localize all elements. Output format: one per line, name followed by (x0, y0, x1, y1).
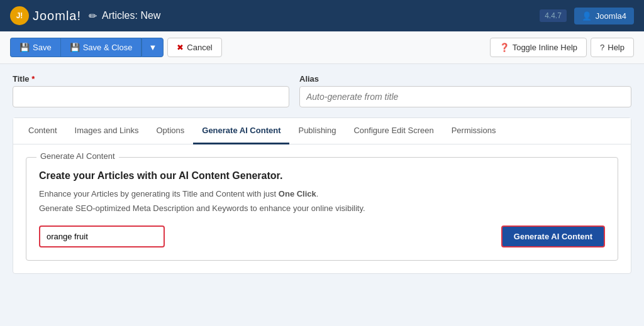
user-label: Joomla4 (596, 11, 626, 21)
toolbar-left: 💾 Save 💾 Save & Close ▼ ✖ Cancel (10, 38, 222, 57)
title-alias-row: Title * Alias (13, 74, 631, 107)
cancel-button[interactable]: ✖ Cancel (167, 38, 221, 57)
navbar-right: 4.4.7 👤 Joomla4 (540, 8, 634, 24)
tab-options[interactable]: Options (147, 118, 193, 144)
ai-subtext2: Generate SEO-optimized Meta Description … (39, 204, 605, 213)
toolbar: 💾 Save 💾 Save & Close ▼ ✖ Cancel ❓ Toggl… (0, 31, 644, 64)
save-button[interactable]: 💾 Save (10, 38, 60, 57)
toggle-inline-help-button[interactable]: ❓ Toggle Inline Help (490, 38, 587, 57)
tab-content-area: Generate AI Content Create your Articles… (13, 144, 631, 273)
title-group: Title * (13, 74, 289, 107)
tab-publishing[interactable]: Publishing (289, 118, 345, 144)
navbar-left: J! Joomla! ✏ Articles: New (10, 6, 160, 25)
brand-name: Joomla! (33, 9, 81, 23)
save-icon: 💾 (19, 43, 30, 52)
alias-group: Alias (299, 74, 631, 107)
toolbar-right: ❓ Toggle Inline Help ? Help (490, 38, 634, 57)
page-title-nav: ✏ Articles: New (89, 10, 160, 22)
alias-label: Alias (299, 74, 631, 84)
generate-ai-content-button[interactable]: Generate AI Content (501, 225, 605, 247)
title-label: Title * (13, 74, 289, 84)
tab-configure-edit[interactable]: Configure Edit Screen (345, 118, 442, 144)
pencil-icon: ✏ (89, 10, 97, 22)
alias-input[interactable] (299, 86, 631, 107)
page-title: Articles: New (102, 10, 160, 21)
cancel-icon: ✖ (177, 43, 184, 52)
main-content: Title * Alias Content Images and Links O… (0, 64, 644, 284)
chevron-down-icon: ▼ (148, 43, 157, 52)
save-dropdown-button[interactable]: ▼ (142, 38, 164, 57)
version-badge: 4.4.7 (540, 9, 567, 22)
ai-heading: Create your Articles with our AI Content… (39, 170, 605, 182)
save-close-icon: 💾 (70, 43, 80, 52)
help-button[interactable]: ? Help (591, 38, 634, 57)
tabs-nav: Content Images and Links Options Generat… (13, 118, 631, 144)
save-close-button[interactable]: 💾 Save & Close (60, 38, 142, 57)
title-required: * (31, 74, 35, 84)
tab-permissions[interactable]: Permissions (443, 118, 505, 144)
ai-input-row: Generate AI Content (39, 225, 605, 247)
tab-images-links[interactable]: Images and Links (66, 118, 148, 144)
user-button[interactable]: 👤 Joomla4 (574, 8, 634, 24)
ai-content-panel: Generate AI Content Create your Articles… (26, 157, 618, 261)
ai-panel-legend: Generate AI Content (36, 151, 119, 161)
tabs-container: Content Images and Links Options Generat… (13, 117, 631, 274)
save-group: 💾 Save 💾 Save & Close ▼ (10, 38, 164, 57)
joomla-logo: J! Joomla! (10, 6, 81, 25)
tab-content[interactable]: Content (19, 118, 66, 144)
user-icon: 👤 (582, 11, 592, 21)
tab-generate-ai[interactable]: Generate AI Content (193, 118, 289, 144)
ai-subtext1: Enhance your Articles by generating its … (39, 189, 605, 198)
help-icon: ? (600, 43, 604, 52)
title-input[interactable] (13, 86, 289, 107)
joomla-icon: J! (10, 6, 29, 25)
top-navbar: J! Joomla! ✏ Articles: New 4.4.7 👤 Jooml… (0, 0, 644, 31)
ai-topic-input[interactable] (39, 225, 165, 247)
question-circle-icon: ❓ (499, 43, 509, 52)
ai-subtext1-highlight: One Click (279, 189, 316, 198)
